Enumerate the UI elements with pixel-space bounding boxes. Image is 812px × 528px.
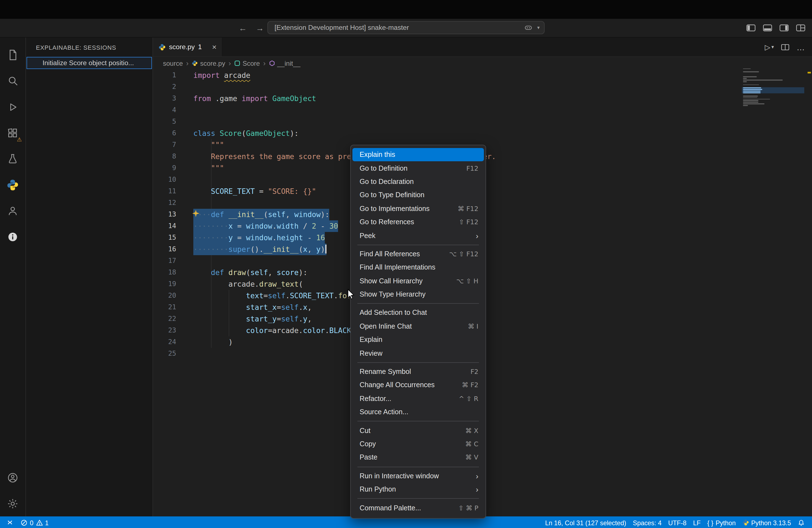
problems-indicator[interactable]: 0 1 [18, 519, 52, 526]
notifications-bell-icon[interactable] [795, 519, 808, 526]
line-number: 17 [153, 255, 176, 267]
menu-item-label: Command Palette... [360, 504, 421, 512]
cursor-position[interactable]: Ln 16, Col 31 (127 selected) [542, 519, 629, 526]
menu-item-go-to-definition[interactable]: Go to DefinitionF12 [352, 162, 484, 175]
menu-item-open-inline-chat[interactable]: Open Inline Chat⌘ I [352, 320, 484, 333]
menu-item-paste[interactable]: Paste⌘ V [352, 451, 484, 464]
line-number: 9 [153, 162, 176, 174]
sidebar-item-run-debug[interactable] [0, 94, 26, 120]
menu-item-explain[interactable]: Explain [352, 333, 484, 347]
code-line[interactable]: 3from .game import GameObject [153, 93, 812, 104]
menu-item-explain-this[interactable]: Explain this [352, 148, 484, 162]
toggle-sidebar-left-icon[interactable] [746, 24, 756, 31]
customize-layout-icon[interactable] [796, 24, 806, 31]
code-line[interactable]: 5 [153, 116, 812, 128]
chevron-down-icon[interactable]: ▾ [537, 25, 540, 30]
menu-separator [358, 245, 479, 245]
warning-icon [35, 519, 43, 526]
menu-item-run-python[interactable]: Run Python› [352, 483, 484, 496]
encoding-setting[interactable]: UTF-8 [665, 519, 689, 526]
minimap[interactable] [742, 68, 804, 108]
menu-item-change-all-occurrences[interactable]: Change All Occurrences⌘ F2 [352, 379, 484, 392]
breadcrumb-file[interactable]: score.py [192, 59, 226, 67]
language-mode[interactable]: { } Python [705, 519, 739, 526]
menu-item-go-to-references[interactable]: Go to References⇧ F12 [352, 216, 484, 229]
menu-item-label: Go to Type Definition [360, 191, 424, 199]
remote-indicator[interactable] [3, 518, 17, 526]
sidebar-item-explainable[interactable] [0, 224, 26, 250]
code-line[interactable]: 2 [153, 81, 812, 93]
tab-close-icon[interactable]: × [212, 43, 217, 51]
tab-score-py[interactable]: score.py 1 × [153, 38, 221, 56]
search-icon [6, 75, 19, 87]
command-center[interactable]: [Extension Development Host] snake-maste… [267, 21, 545, 34]
copilot-icon[interactable] [524, 24, 533, 32]
menu-item-copy[interactable]: Copy⌘ C [352, 437, 484, 451]
split-editor-icon[interactable] [781, 43, 789, 50]
menu-item-go-to-implementations[interactable]: Go to Implementations⌘ F12 [352, 202, 484, 216]
menu-item-shortcut: ⌘ X [465, 427, 478, 435]
run-dropdown-chevron-icon[interactable]: ▾ [771, 44, 774, 50]
line-number: 15 [153, 232, 176, 244]
menu-item-label: Find All Implementations [360, 264, 435, 272]
toggle-sidebar-right-icon[interactable] [779, 24, 789, 31]
nav-back-button[interactable]: ← [238, 23, 247, 33]
menu-item-peek[interactable]: Peek› [352, 229, 484, 243]
account-button[interactable] [0, 465, 26, 490]
menu-item-add-selection-to-chat[interactable]: Add Selection to Chat [352, 306, 484, 320]
breadcrumb-method[interactable]: __init__ [269, 59, 301, 67]
menu-item-go-to-declaration[interactable]: Go to Declaration [352, 175, 484, 189]
breadcrumb-source[interactable]: source [163, 59, 183, 67]
menu-item-run-in-interactive-window[interactable]: Run in Interactive window› [352, 469, 484, 483]
submenu-arrow-icon: › [476, 472, 478, 480]
sidebar-item-extensions[interactable]: ⚠ [0, 120, 26, 146]
menu-item-rename-symbol[interactable]: Rename SymbolF2 [352, 365, 484, 379]
menu-item-label: Paste [360, 454, 377, 461]
menu-item-source-action[interactable]: Source Action... [352, 406, 484, 419]
menu-item-label: Explain this [360, 151, 395, 159]
menu-item-refactor[interactable]: Refactor...^ ⇧ R [352, 392, 484, 406]
breadcrumb-separator-icon: › [186, 59, 189, 68]
sidebar-item-explorer[interactable] [0, 42, 26, 68]
menu-item-find-all-references[interactable]: Find All References⌥ ⇧ F12 [352, 247, 484, 261]
menu-item-find-all-implementations[interactable]: Find All Implementations [352, 261, 484, 274]
menu-separator [358, 304, 479, 304]
sidebar-item-testing[interactable] [0, 146, 26, 172]
menu-item-label: Show Type Hierarchy [360, 291, 425, 298]
overview-ruler-warning-mark [808, 72, 811, 73]
menu-item-go-to-type-definition[interactable]: Go to Type Definition [352, 188, 484, 202]
run-python-file-button[interactable]: ▷▾ [765, 43, 774, 51]
macos-top-strip [0, 0, 812, 19]
menu-item-label: Run in Interactive window [360, 472, 439, 480]
sidebar-item-search[interactable] [0, 68, 26, 94]
breadcrumb-class[interactable]: Score [234, 59, 260, 67]
menu-item-command-palette[interactable]: Command Palette...⇧ ⌘ P [352, 501, 484, 515]
menu-separator [358, 421, 479, 422]
line-number: 25 [153, 348, 176, 360]
toggle-panel-bottom-icon[interactable] [763, 24, 772, 31]
python-file-icon [192, 60, 198, 66]
menu-item-review[interactable]: Review [352, 347, 484, 360]
line-number: 23 [153, 325, 176, 336]
python-interpreter[interactable]: Python 3.13.5 [740, 519, 794, 526]
people-icon [6, 205, 19, 217]
code-line[interactable]: 1import arcade [153, 70, 812, 81]
indentation-setting[interactable]: Spaces: 4 [630, 519, 664, 526]
code-line[interactable]: 4 [153, 104, 812, 116]
menu-item-label: Add Selection to Chat [360, 309, 427, 317]
menu-item-cut[interactable]: Cut⌘ X [352, 424, 484, 437]
more-actions-icon[interactable]: … [797, 42, 806, 52]
eol-setting[interactable]: LF [691, 519, 704, 526]
session-list-item[interactable]: Initialize Score object positio... [27, 57, 152, 69]
sidebar-item-python[interactable] [0, 172, 26, 198]
menu-item-show-type-hierarchy[interactable]: Show Type Hierarchy [352, 288, 484, 301]
session-item-label: Initialize Score object positio... [43, 59, 134, 67]
code-line[interactable]: 6class Score(GameObject): [153, 128, 812, 139]
menu-item-show-call-hierarchy[interactable]: Show Call Hierarchy⌥ ⇧ H [352, 274, 484, 288]
sidebar-item-accounts-view[interactable] [0, 198, 26, 224]
nav-forward-button[interactable]: → [256, 23, 264, 33]
menu-separator [358, 466, 479, 467]
menu-separator [358, 362, 479, 363]
settings-button[interactable] [0, 490, 26, 516]
menu-item-label: Review [360, 349, 382, 357]
